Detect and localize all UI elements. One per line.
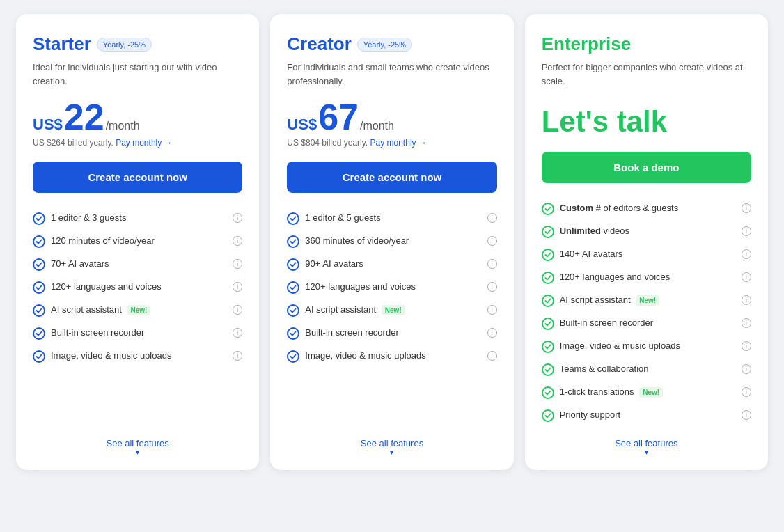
check-icon: [287, 350, 299, 363]
price-period: /month: [106, 120, 140, 132]
list-item: 1 editor & 5 guestsi: [287, 207, 496, 230]
plan-title-creator: Creator: [287, 33, 351, 55]
plan-badge-creator: Yearly, -25%: [357, 38, 412, 52]
list-item: Built-in screen recorderi: [542, 312, 751, 335]
info-icon[interactable]: i: [742, 387, 751, 397]
see-all-features-enterprise[interactable]: See all features▾: [542, 438, 751, 456]
list-item: 1-click translations New!i: [542, 381, 751, 404]
info-icon[interactable]: i: [487, 328, 497, 338]
info-icon[interactable]: i: [742, 318, 751, 328]
price-row-starter: US$22/month: [33, 99, 242, 135]
info-icon[interactable]: i: [233, 259, 242, 269]
info-icon[interactable]: i: [742, 203, 751, 213]
plan-card-starter: StarterYearly, -25%Ideal for individuals…: [16, 14, 259, 470]
info-icon[interactable]: i: [487, 259, 497, 269]
feature-list-creator: 1 editor & 5 guestsi360 minutes of video…: [287, 207, 496, 427]
check-icon: [287, 304, 299, 317]
info-icon[interactable]: i: [742, 272, 751, 282]
check-icon: [287, 327, 299, 340]
info-icon[interactable]: i: [233, 351, 242, 361]
list-item: AI script assistant New!i: [287, 299, 496, 322]
info-icon[interactable]: i: [742, 295, 751, 305]
feature-text: Built-in screen recorder: [305, 327, 481, 339]
feature-text: Built-in screen recorder: [51, 327, 227, 339]
info-icon[interactable]: i: [233, 236, 242, 246]
list-item: Teams & collaborationi: [542, 358, 751, 381]
see-all-features-starter[interactable]: See all features▾: [33, 438, 242, 456]
pay-monthly-link-creator[interactable]: Pay monthly →: [370, 138, 427, 148]
info-icon[interactable]: i: [742, 226, 751, 236]
feature-text: 90+ AI avatars: [305, 258, 481, 270]
feature-text: 140+ AI avatars: [560, 248, 736, 260]
cta-button-enterprise[interactable]: Book a demo: [542, 152, 751, 183]
info-icon[interactable]: i: [233, 282, 242, 292]
pricing-container: StarterYearly, -25%Ideal for individuals…: [16, 14, 768, 470]
info-icon[interactable]: i: [233, 213, 242, 223]
pay-monthly-link-starter[interactable]: Pay monthly →: [116, 138, 172, 148]
info-icon[interactable]: i: [487, 236, 497, 246]
list-item: Image, video & music uploadsi: [287, 345, 496, 368]
info-icon[interactable]: i: [487, 282, 497, 292]
plan-title-starter: Starter: [33, 33, 91, 55]
feature-text: 1-click translations New!: [560, 386, 736, 398]
cta-button-starter[interactable]: Create account now: [33, 162, 242, 193]
list-item: AI script assistant New!i: [542, 289, 751, 312]
list-item: 70+ AI avatarsi: [33, 253, 242, 276]
price-currency: US$: [287, 116, 317, 134]
list-item: Image, video & music uploadsi: [542, 335, 751, 358]
info-icon[interactable]: i: [487, 351, 497, 361]
info-icon[interactable]: i: [233, 305, 242, 315]
list-item: AI script assistant New!i: [33, 299, 242, 322]
see-all-features-creator[interactable]: See all features▾: [287, 438, 496, 456]
check-icon: [33, 350, 45, 363]
info-icon[interactable]: i: [742, 364, 751, 374]
check-icon: [542, 386, 554, 399]
feature-text: 1 editor & 3 guests: [51, 212, 227, 224]
check-icon: [287, 235, 299, 248]
check-icon: [542, 249, 554, 261]
info-icon[interactable]: i: [233, 328, 242, 338]
plan-title-row-starter: StarterYearly, -25%: [33, 33, 242, 55]
feature-text: 360 minutes of video/year: [305, 235, 481, 247]
check-icon: [542, 203, 554, 215]
plan-card-enterprise: EnterprisePerfect for bigger companies w…: [525, 14, 768, 470]
list-item: Built-in screen recorderi: [287, 322, 496, 345]
price-currency: US$: [33, 116, 63, 134]
check-icon: [287, 258, 299, 271]
price-row-creator: US$67/month: [287, 99, 496, 135]
list-item: 120+ languages and voicesi: [287, 276, 496, 299]
list-item: 360 minutes of video/yeari: [287, 230, 496, 253]
feature-text: 120 minutes of video/year: [51, 235, 227, 247]
feature-text: 120+ languages and voices: [560, 271, 736, 283]
check-icon: [33, 235, 45, 248]
check-icon: [542, 226, 554, 238]
list-item: 120 minutes of video/yeari: [33, 230, 242, 253]
feature-text: AI script assistant New!: [305, 304, 481, 316]
info-icon[interactable]: i: [742, 341, 751, 351]
info-icon[interactable]: i: [487, 305, 497, 315]
info-icon[interactable]: i: [742, 249, 751, 259]
new-badge: New!: [127, 305, 151, 315]
price-period: /month: [360, 120, 394, 132]
info-icon[interactable]: i: [742, 410, 751, 420]
check-icon: [287, 212, 299, 225]
price-amount: 67: [318, 99, 359, 135]
cta-button-creator[interactable]: Create account now: [287, 162, 496, 193]
plan-description-enterprise: Perfect for bigger companies who create …: [542, 61, 751, 88]
check-icon: [33, 327, 45, 340]
list-item: Unlimited videosi: [542, 220, 751, 243]
info-icon[interactable]: i: [487, 213, 497, 223]
check-icon: [33, 304, 45, 317]
check-icon: [33, 212, 45, 225]
feature-text: AI script assistant New!: [560, 294, 736, 306]
new-badge: New!: [382, 305, 405, 315]
list-item: 1 editor & 3 guestsi: [33, 207, 242, 230]
plan-title-enterprise: Enterprise: [542, 33, 632, 55]
feature-text: 120+ languages and voices: [51, 281, 227, 293]
check-icon: [542, 341, 554, 353]
feature-text: 70+ AI avatars: [51, 258, 227, 270]
check-icon: [542, 272, 554, 284]
feature-text: Image, video & music uploads: [560, 340, 736, 352]
list-item: 120+ languages and voicesi: [33, 276, 242, 299]
plan-title-row-enterprise: Enterprise: [542, 33, 751, 55]
